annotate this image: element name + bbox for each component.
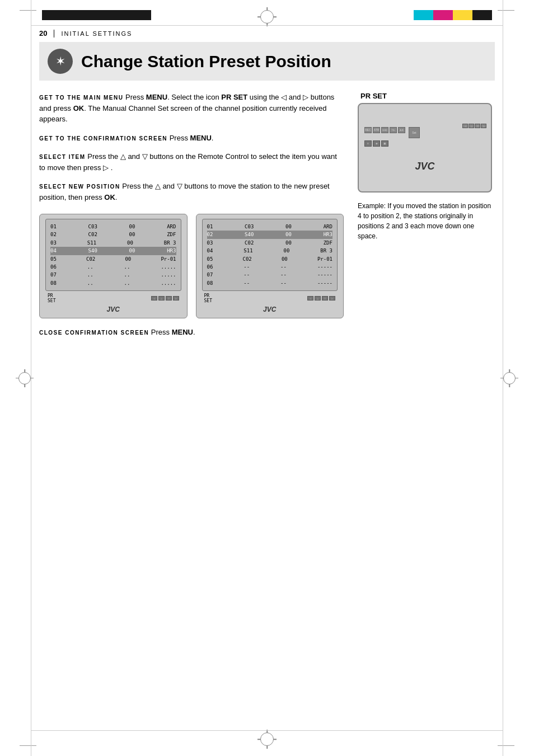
screen-row: 07......... bbox=[50, 271, 176, 279]
screen-row: 07--------- bbox=[207, 271, 333, 279]
body-content: GET TO THE MAIN MENU Press MENU. Select … bbox=[39, 92, 495, 346]
main-content: ✶ Change Station Preset Position GET TO … bbox=[39, 42, 495, 346]
title-section: ✶ Change Station Preset Position bbox=[39, 42, 495, 81]
brand-before: JVC bbox=[45, 306, 181, 313]
screen-row: 05C0200Pr-01 bbox=[207, 255, 333, 263]
pr-set-label-after: PRSET bbox=[204, 293, 212, 303]
screen-row: 08--------- bbox=[207, 279, 333, 287]
instruction-get-main: GET TO THE MAIN MENU Press MENU. Select … bbox=[39, 92, 344, 125]
right-crosshair bbox=[503, 372, 516, 384]
screen-after: 01C0300ARD 02S4000HR3 03C0200ZDF 04S1100… bbox=[196, 214, 344, 318]
screen-after-inner: 01C0300ARD 02S4000HR3 03C0200ZDF 04S1100… bbox=[202, 219, 338, 291]
tv-button-row-after: ◁ △ ▽ ▷ bbox=[307, 296, 335, 300]
color-swatches bbox=[414, 10, 492, 20]
page-header: 20 INITIAL SETTINGS bbox=[39, 29, 132, 37]
left-instructions: GET TO THE MAIN MENU Press MENU. Select … bbox=[39, 92, 344, 346]
label-select-item: SELECT ITEM bbox=[39, 154, 86, 160]
text-close-confirm: Press MENU. bbox=[151, 328, 195, 336]
page-number: 20 bbox=[39, 29, 47, 37]
instruction-select-item: SELECT ITEM Press the △ and ▽ buttons on… bbox=[39, 151, 344, 173]
screen-row: 01C0300ARD bbox=[50, 223, 176, 231]
brand-after: JVC bbox=[202, 306, 338, 313]
tv-button-row-before: ◁ △ ▽ ▷ bbox=[151, 296, 179, 300]
top-crosshair bbox=[260, 10, 274, 24]
star-icon: ✶ bbox=[55, 54, 65, 69]
screen-row: 03S1100BR 3 bbox=[50, 239, 176, 247]
star-icon-box: ✶ bbox=[48, 49, 73, 74]
screen-before-inner: 01C0300ARD 02C0200ZDF 03S1100BR 3 04S400… bbox=[45, 219, 181, 291]
screen-row: 03C0200ZDF bbox=[207, 239, 333, 247]
label-get-main: GET TO THE MAIN MENU bbox=[39, 95, 123, 101]
instruction-close-confirm: CLOSE CONFIRMATION SCREEN Press MENU. bbox=[39, 327, 344, 338]
screen-row: 01C0300ARD bbox=[207, 223, 333, 231]
text-get-confirm: Press MENU. bbox=[170, 134, 214, 142]
screen-row: 06......... bbox=[50, 263, 176, 271]
bottom-crosshair bbox=[260, 732, 274, 746]
instruction-get-confirm: GET TO THE CONFIRMATION SCREEN Press MEN… bbox=[39, 133, 344, 144]
right-panel: PR SET REC ATR GHD TIh A·B Set bbox=[355, 92, 495, 346]
header-separator bbox=[54, 30, 54, 37]
screen-row: 06--------- bbox=[207, 263, 333, 271]
swatch-cyan bbox=[414, 10, 433, 20]
swatch-key-black bbox=[472, 10, 492, 20]
tv-illustration: REC ATR GHD TIh A·B Set ≡ ◈ ▣ bbox=[358, 103, 492, 192]
label-get-confirm: GET TO THE CONFIRMATION SCREEN bbox=[39, 135, 167, 142]
screen-before: 01C0300ARD 02C0200ZDF 03S1100BR 3 04S400… bbox=[39, 214, 188, 318]
label-select-new: SELECT NEW POSITION bbox=[39, 184, 120, 190]
example-note: Example: If you moved the station in pos… bbox=[358, 201, 492, 241]
screen-row: 02C0200ZDF bbox=[50, 231, 176, 238]
page-title: Change Station Preset Position bbox=[81, 52, 331, 71]
screen-comparison: 01C0300ARD 02C0200ZDF 03S1100BR 3 04S400… bbox=[39, 214, 344, 318]
page-border-bottom bbox=[31, 730, 503, 731]
screen-row: 04S1100BR 3 bbox=[207, 247, 333, 255]
instruction-select-new: SELECT NEW POSITION Press the △ and ▽ bu… bbox=[39, 181, 344, 203]
label-close-confirm: CLOSE CONFIRMATION SCREEN bbox=[39, 330, 149, 336]
screen-row-highlight: 02S4000HR3 bbox=[207, 231, 333, 238]
pr-set-label: PR SET bbox=[355, 92, 495, 100]
tv-brand: JVC bbox=[415, 161, 434, 172]
swatch-magenta bbox=[433, 10, 453, 20]
screen-row: 08......... bbox=[50, 279, 176, 287]
color-bar-black bbox=[42, 10, 151, 20]
page-border-top bbox=[31, 25, 503, 26]
pr-set-label-before: PRSET bbox=[48, 293, 55, 303]
left-crosshair bbox=[18, 372, 31, 384]
pr-set-container: PR SET REC ATR GHD TIh A·B Set bbox=[355, 92, 495, 192]
screen-row-highlight: 04S4000HR3 bbox=[50, 247, 176, 255]
swatch-yellow bbox=[453, 10, 472, 20]
screen-row: 05C0200Pr-01 bbox=[50, 255, 176, 263]
header-title: INITIAL SETTINGS bbox=[61, 30, 132, 37]
